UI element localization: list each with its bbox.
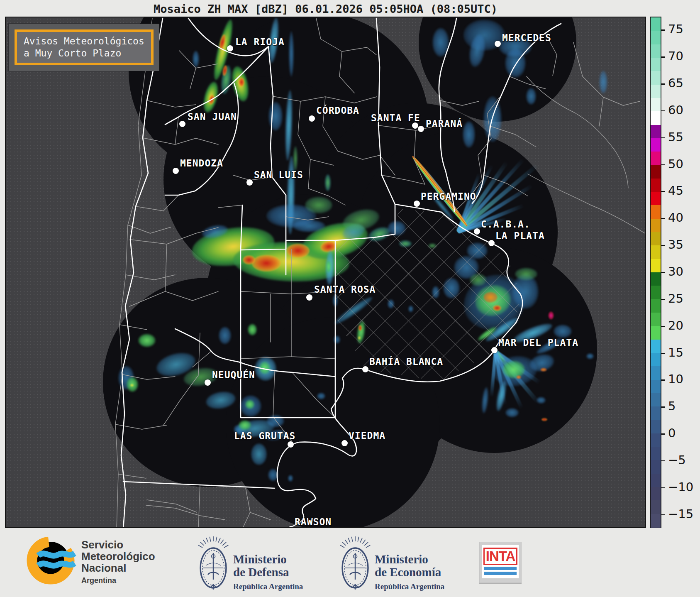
colorbar-tick-label: 15 bbox=[668, 345, 683, 360]
inta-bar-2 bbox=[484, 572, 517, 575]
colorbar-segment bbox=[651, 366, 661, 380]
inta-logo: INTA bbox=[479, 542, 522, 584]
city-label: LA RIOJA bbox=[235, 37, 285, 47]
colorbar-segment bbox=[651, 111, 661, 125]
colorbar-tick-label: 75 bbox=[668, 22, 683, 37]
colorbar-segment bbox=[651, 340, 661, 353]
city-dot-mar-del-plata bbox=[491, 347, 498, 353]
colorbar-segment bbox=[651, 500, 661, 514]
city-dot-bah-a-blanca bbox=[362, 366, 368, 372]
city-label: LA PLATA bbox=[495, 230, 545, 241]
colorbar-segment bbox=[651, 44, 661, 58]
colorbar-segment bbox=[651, 192, 661, 206]
colorbar-tick-label: −10 bbox=[668, 480, 693, 494]
city-label: SAN JUAN bbox=[188, 111, 237, 122]
colorbar-tick bbox=[661, 218, 665, 219]
economia-line-2: de Economía bbox=[375, 566, 444, 579]
city-label: SANTA FE bbox=[371, 113, 420, 123]
colorbar-segment bbox=[651, 514, 661, 528]
colorbar-segment bbox=[651, 447, 661, 460]
border-path bbox=[179, 51, 217, 89]
city-label: RAWSON bbox=[295, 516, 332, 527]
border-path bbox=[241, 205, 242, 250]
border-path bbox=[573, 42, 640, 126]
border-path bbox=[378, 125, 436, 184]
border-path bbox=[472, 24, 561, 203]
colorbar-tick bbox=[661, 137, 665, 139]
colorbar-segment bbox=[651, 299, 661, 313]
colorbar-segment bbox=[651, 393, 661, 407]
city-label: PARANÁ bbox=[426, 118, 463, 129]
colorbar-tick bbox=[661, 353, 665, 354]
colorbar-segment bbox=[651, 272, 661, 286]
avisos-line-1: Avisos Meteorológicos bbox=[24, 35, 144, 47]
city-label: MENDOZA bbox=[180, 158, 223, 169]
colorbar-tick bbox=[661, 29, 665, 31]
colorbar-tick bbox=[661, 487, 665, 489]
colorbar-segment bbox=[651, 205, 661, 219]
colorbar-tick-label: 0 bbox=[668, 426, 676, 440]
economia-line-1: Ministerio bbox=[375, 553, 444, 566]
colorbar-segment bbox=[651, 245, 661, 259]
city-dot-las-grutas bbox=[288, 441, 294, 448]
colorbar bbox=[650, 17, 661, 528]
inta-logo-text: INTA bbox=[483, 548, 518, 565]
colorbar-tick bbox=[661, 110, 665, 112]
smn-line-1: Servicio bbox=[81, 539, 155, 551]
border-path bbox=[268, 46, 286, 275]
avisos-overlay-box[interactable]: Avisos Meteorológicos a Muy Corto Plazo bbox=[9, 24, 159, 71]
colorbar-tick-label: 50 bbox=[668, 157, 683, 171]
border-path bbox=[241, 249, 335, 359]
defensa-subtitle: República Argentina bbox=[233, 580, 303, 593]
city-dot-san-juan bbox=[179, 121, 185, 127]
page-title: Mosaico ZH MAX [dBZ] 06.01.2026 05:05HOA… bbox=[5, 2, 646, 15]
colorbar-tick bbox=[661, 514, 665, 516]
city-label: CÓRDOBA bbox=[316, 105, 359, 116]
colorbar-tick-label: 25 bbox=[668, 291, 683, 306]
colorbar-tick bbox=[661, 83, 665, 85]
colorbar-segment bbox=[651, 460, 661, 474]
economia-coat-of-arms-icon bbox=[336, 536, 374, 594]
colorbar-tick-label: 10 bbox=[668, 372, 683, 387]
colorbar-tick-label: 35 bbox=[668, 237, 683, 252]
colorbar-segment bbox=[651, 259, 661, 273]
smn-line-4: Argentina bbox=[81, 575, 155, 586]
colorbar-segment bbox=[651, 58, 661, 71]
colorbar-tick bbox=[661, 299, 665, 300]
defensa-line-1: Ministerio bbox=[233, 553, 303, 566]
city-dot-la-rioja bbox=[227, 45, 233, 51]
colorbar-segment bbox=[651, 353, 661, 367]
colorbar-segment bbox=[651, 125, 661, 139]
colorbar-tick-label: 55 bbox=[668, 130, 683, 144]
city-label: PERGAMINO bbox=[421, 191, 476, 202]
colorbar-tick bbox=[661, 406, 665, 408]
colorbar-segment bbox=[651, 286, 661, 299]
footer: Servicio Meteorológico Nacional Argentin… bbox=[0, 528, 700, 597]
colorbar-tick-label: 65 bbox=[668, 76, 683, 90]
defensa-logo-text: Ministerio de Defensa República Argentin… bbox=[233, 553, 303, 593]
colorbar-segment bbox=[651, 179, 661, 192]
city-dot-mercedes bbox=[495, 41, 501, 47]
city-label: LAS GRUTAS bbox=[234, 431, 295, 441]
province-borders bbox=[6, 17, 646, 528]
border-path bbox=[277, 212, 522, 528]
city-label: NEUQUÉN bbox=[212, 369, 255, 380]
colorbar-tick bbox=[661, 433, 665, 435]
colorbar-segment bbox=[651, 98, 661, 112]
city-label: SAN LUIS bbox=[254, 169, 303, 180]
colorbar-segment bbox=[651, 17, 661, 31]
colorbar-tick bbox=[661, 164, 665, 166]
city-label: VIEDMA bbox=[349, 430, 385, 441]
colorbar-tick-label: 70 bbox=[668, 49, 683, 64]
city-dot-paran- bbox=[418, 126, 424, 132]
border-path bbox=[316, 18, 376, 93]
city-dot-la-plata bbox=[488, 240, 495, 246]
colorbar-tick-label: −5 bbox=[668, 453, 686, 467]
colorbar-segment bbox=[651, 313, 661, 326]
radar-map: LA RIOJAMERCEDESSAN JUANCÓRDOBASANTA FEP… bbox=[5, 17, 646, 528]
city-dot-pergamino bbox=[414, 201, 420, 207]
city-dot-santa-rosa bbox=[306, 294, 312, 301]
colorbar-segment bbox=[651, 165, 661, 179]
border-path bbox=[146, 505, 271, 520]
border-path bbox=[136, 195, 178, 211]
